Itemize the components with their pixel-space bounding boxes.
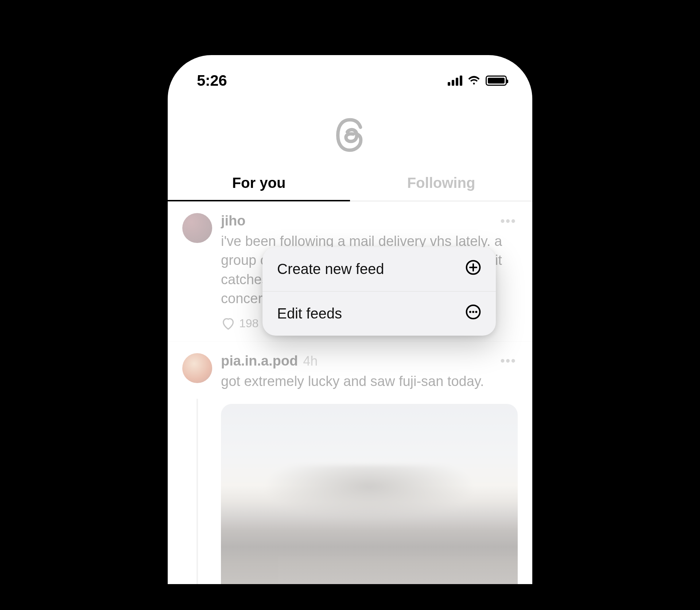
wifi-icon (467, 75, 481, 86)
like-count: 198 (239, 317, 258, 330)
like-button[interactable]: 198 (221, 316, 258, 331)
post-image[interactable] (221, 404, 518, 584)
avatar[interactable] (182, 353, 212, 383)
post: pia.in.a.pod 4h ••• got extremely lucky … (168, 341, 532, 584)
tab-following[interactable]: Following (350, 168, 532, 201)
post-timestamp: 4h (303, 354, 318, 369)
post-username[interactable]: jiho (221, 213, 246, 229)
feed-tabs: For you Following (168, 168, 532, 201)
post-more-icon[interactable]: ••• (499, 213, 518, 229)
cellular-signal-icon (448, 76, 462, 86)
plus-circle-icon (465, 259, 481, 279)
status-icons (448, 75, 507, 86)
more-circle-icon (465, 304, 481, 323)
svg-point-2 (469, 311, 471, 313)
status-bar: 5:26 (168, 55, 532, 99)
create-new-feed-button[interactable]: Create new feed (262, 247, 496, 291)
tab-for-you[interactable]: For you (168, 168, 350, 201)
post-body-text: got extremely lucky and saw fuji-san tod… (221, 372, 518, 391)
edit-feeds-button[interactable]: Edit feeds (262, 291, 496, 336)
threads-logo-icon (168, 99, 532, 168)
popover-item-label: Create new feed (277, 261, 384, 277)
svg-point-3 (472, 311, 474, 313)
status-time: 5:26 (197, 72, 227, 89)
feed-options-popover: Create new feed Edit feeds (262, 247, 496, 336)
svg-point-4 (475, 311, 477, 313)
post-username[interactable]: pia.in.a.pod (221, 353, 298, 369)
popover-item-label: Edit feeds (277, 305, 342, 322)
battery-icon (486, 76, 507, 86)
avatar[interactable] (182, 213, 212, 243)
post-more-icon[interactable]: ••• (499, 353, 518, 368)
phone-screen: 5:26 For you Following (168, 55, 532, 584)
